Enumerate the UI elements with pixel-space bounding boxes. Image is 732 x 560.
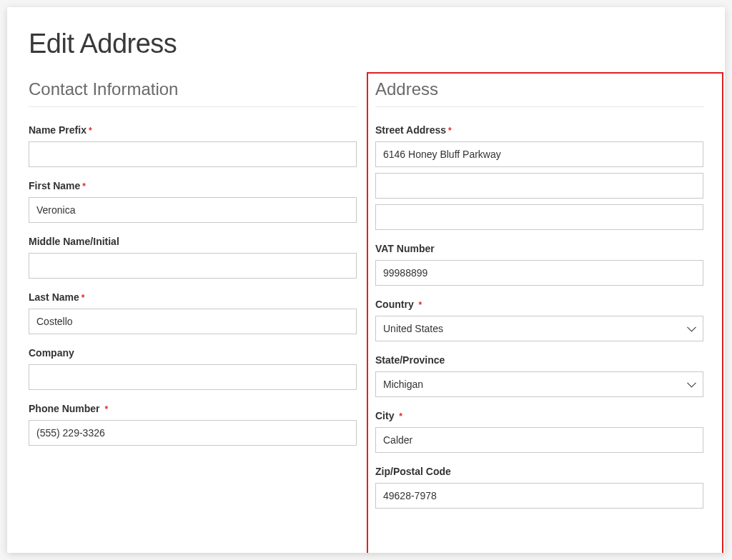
address-section: Address Street Address* VAT Number Count… bbox=[375, 79, 703, 521]
page-title: Edit Address bbox=[29, 29, 703, 59]
last-name-label: Last Name* bbox=[29, 291, 357, 303]
last-name-input[interactable] bbox=[29, 309, 357, 334]
city-input[interactable] bbox=[375, 427, 703, 453]
vat-number-label: VAT Number bbox=[375, 243, 703, 254]
street-address-field: Street Address* bbox=[375, 124, 703, 230]
company-label: Company bbox=[29, 347, 357, 359]
vat-number-input[interactable] bbox=[375, 260, 703, 286]
city-field: City * bbox=[375, 410, 703, 453]
street-address-label: Street Address* bbox=[375, 124, 703, 136]
edit-address-form: Edit Address Contact Information Name Pr… bbox=[7, 7, 725, 553]
country-select[interactable]: United States bbox=[375, 316, 703, 341]
state-label: State/Province bbox=[375, 354, 703, 366]
required-asterisk: * bbox=[399, 411, 402, 421]
required-asterisk: * bbox=[81, 293, 85, 303]
country-select-wrap: United States bbox=[375, 316, 703, 341]
phone-label: Phone Number * bbox=[29, 403, 357, 414]
vat-number-field: VAT Number bbox=[375, 243, 703, 286]
street-address-line1-input[interactable] bbox=[375, 141, 703, 167]
first-name-field: First Name* bbox=[29, 180, 357, 223]
first-name-input[interactable] bbox=[29, 197, 357, 223]
state-select-wrap: Michigan bbox=[375, 371, 703, 397]
name-prefix-input[interactable] bbox=[29, 141, 357, 167]
required-asterisk: * bbox=[82, 181, 86, 191]
state-select[interactable]: Michigan bbox=[375, 371, 703, 397]
middle-name-field: Middle Name/Initial bbox=[29, 236, 357, 279]
form-columns: Contact Information Name Prefix* First N… bbox=[29, 79, 703, 521]
zip-input[interactable] bbox=[375, 483, 703, 509]
zip-field: Zip/Postal Code bbox=[375, 466, 703, 509]
middle-name-label: Middle Name/Initial bbox=[29, 236, 357, 247]
contact-information-section: Contact Information Name Prefix* First N… bbox=[29, 79, 357, 521]
city-label: City * bbox=[375, 410, 703, 421]
street-address-line3-input[interactable] bbox=[375, 204, 703, 230]
country-label: Country * bbox=[375, 299, 703, 310]
company-input[interactable] bbox=[29, 364, 357, 390]
middle-name-input[interactable] bbox=[29, 253, 357, 279]
required-asterisk: * bbox=[448, 126, 452, 136]
state-field: State/Province Michigan bbox=[375, 354, 703, 397]
phone-input[interactable] bbox=[29, 420, 357, 446]
country-field: Country * United States bbox=[375, 299, 703, 341]
phone-field: Phone Number * bbox=[29, 403, 357, 446]
required-asterisk: * bbox=[104, 404, 108, 414]
required-asterisk: * bbox=[89, 126, 92, 136]
company-field: Company bbox=[29, 347, 357, 390]
address-section-title: Address bbox=[375, 79, 703, 107]
street-address-group bbox=[375, 141, 703, 230]
name-prefix-field: Name Prefix* bbox=[29, 124, 357, 167]
last-name-field: Last Name* bbox=[29, 291, 357, 334]
name-prefix-label: Name Prefix* bbox=[29, 124, 357, 136]
zip-label: Zip/Postal Code bbox=[375, 466, 703, 477]
first-name-label: First Name* bbox=[29, 180, 357, 191]
street-address-line2-input[interactable] bbox=[375, 173, 703, 199]
contact-section-title: Contact Information bbox=[29, 79, 357, 107]
required-asterisk: * bbox=[419, 300, 422, 310]
